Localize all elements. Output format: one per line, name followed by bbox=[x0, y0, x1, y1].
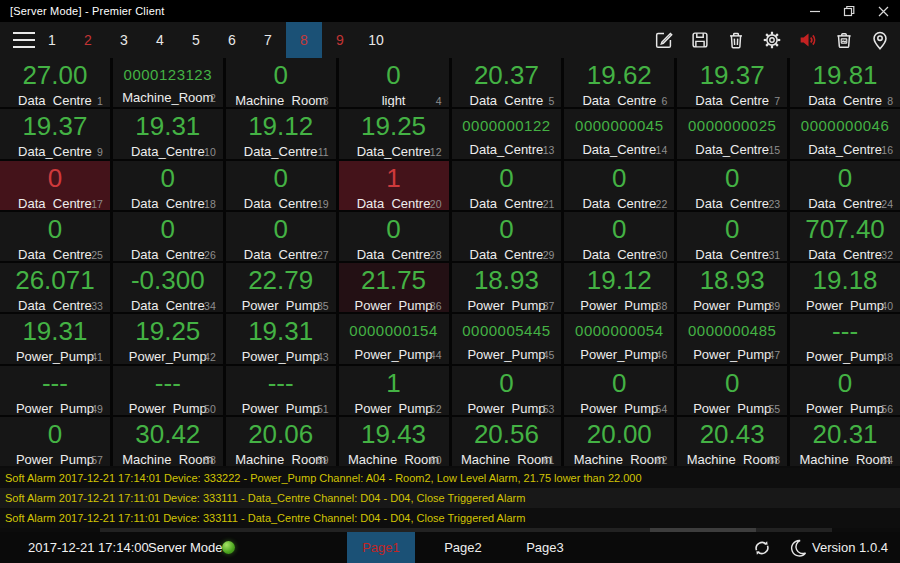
channel-cell-30[interactable]: 0Data_Centre30 bbox=[564, 212, 674, 261]
channel-label: Data_Centre bbox=[357, 247, 431, 261]
sync-button[interactable] bbox=[746, 532, 778, 563]
channel-cell-16[interactable]: 0000000046Data_Centre16 bbox=[790, 109, 900, 158]
page-tab-page3[interactable]: Page3 bbox=[511, 532, 579, 563]
night-mode-button[interactable] bbox=[782, 532, 814, 563]
channel-cell-63[interactable]: 20.43Machine_Room63 bbox=[677, 417, 787, 466]
save-button[interactable] bbox=[682, 22, 718, 58]
screen-tab-7[interactable]: 7 bbox=[250, 22, 286, 58]
channel-cell-1[interactable]: 27.00Data_Centre1 bbox=[0, 58, 110, 107]
page-tab-page2[interactable]: Page2 bbox=[429, 532, 497, 563]
channel-cell-5[interactable]: 20.37Data_Centre5 bbox=[452, 58, 562, 107]
channel-cell-3[interactable]: 0Machine_Room3 bbox=[226, 58, 336, 107]
channel-index: 16 bbox=[881, 144, 893, 156]
alarm-row[interactable]: Soft Alarm 2017-12-21 17:11:01 Device: 3… bbox=[0, 488, 900, 508]
channel-cell-21[interactable]: 0Data_Centre21 bbox=[452, 161, 562, 210]
channel-cell-26[interactable]: 0Data_Centre26 bbox=[113, 212, 223, 261]
minimize-button[interactable] bbox=[798, 0, 832, 22]
channel-cell-13[interactable]: 0000000122Data_Centre13 bbox=[452, 109, 562, 158]
channel-cell-60[interactable]: 19.43Machine_Room60 bbox=[339, 417, 449, 466]
channel-cell-51[interactable]: ---Power_Pump51 bbox=[226, 366, 336, 415]
channel-cell-12[interactable]: 19.25Data_Centre12 bbox=[339, 109, 449, 158]
channel-label: Data_Centre bbox=[131, 298, 205, 312]
channel-cell-54[interactable]: 0Power_Pump54 bbox=[564, 366, 674, 415]
channel-cell-59[interactable]: 20.06Machine_Room59 bbox=[226, 417, 336, 466]
channel-label: Power_Pump bbox=[693, 298, 771, 312]
page-tab-page1[interactable]: Page1 bbox=[347, 532, 415, 563]
screen-tab-1[interactable]: 1 bbox=[34, 22, 70, 58]
channel-cell-43[interactable]: 19.31Power_Pump43 bbox=[226, 314, 336, 363]
screen-tab-10[interactable]: 10 bbox=[358, 22, 394, 58]
channel-cell-23[interactable]: 0Data_Centre23 bbox=[677, 161, 787, 210]
channel-cell-55[interactable]: 0Power_Pump55 bbox=[677, 366, 787, 415]
location-button[interactable] bbox=[862, 22, 898, 58]
channel-cell-42[interactable]: 19.25Power_Pump42 bbox=[113, 314, 223, 363]
channel-cell-25[interactable]: 0Data_Centre25 bbox=[0, 212, 110, 261]
channel-cell-61[interactable]: 20.56Machine_Room61 bbox=[452, 417, 562, 466]
channel-cell-17[interactable]: 0Data_Centre17 bbox=[0, 161, 110, 210]
channel-cell-31[interactable]: 0Data_Centre31 bbox=[677, 212, 787, 261]
channel-label: Power_Pump bbox=[806, 349, 884, 363]
close-button[interactable] bbox=[866, 0, 900, 22]
channel-cell-46[interactable]: 0000000054Power_Pump46 bbox=[564, 314, 674, 363]
channel-cell-33[interactable]: 26.071Data_Centre33 bbox=[0, 263, 110, 312]
channel-cell-39[interactable]: 18.93Power_Pump39 bbox=[677, 263, 787, 312]
clear-records-button[interactable] bbox=[826, 22, 862, 58]
channel-cell-29[interactable]: 0Data_Centre29 bbox=[452, 212, 562, 261]
channel-cell-6[interactable]: 19.62Data_Centre6 bbox=[564, 58, 674, 107]
channel-cell-9[interactable]: 19.37Data_Centre9 bbox=[0, 109, 110, 158]
channel-cell-14[interactable]: 0000000045Data_Centre14 bbox=[564, 109, 674, 158]
channel-cell-41[interactable]: 19.31Power_Pump41 bbox=[0, 314, 110, 363]
channel-cell-22[interactable]: 0Data_Centre22 bbox=[564, 161, 674, 210]
channel-cell-11[interactable]: 19.12Data_Centre11 bbox=[226, 109, 336, 158]
channel-cell-44[interactable]: 0000000154Power_Pump44 bbox=[339, 314, 449, 363]
channel-cell-48[interactable]: ---Power_Pump48 bbox=[790, 314, 900, 363]
channel-cell-40[interactable]: 19.18Power_Pump40 bbox=[790, 263, 900, 312]
alarm-row[interactable]: Soft Alarm 2017-12-21 17:14:01 Device: 3… bbox=[0, 468, 900, 488]
maximize-button[interactable] bbox=[832, 0, 866, 22]
screen-tab-6[interactable]: 6 bbox=[214, 22, 250, 58]
channel-cell-56[interactable]: 0Power_Pump56 bbox=[790, 366, 900, 415]
channel-cell-57[interactable]: 0Power_Pump57 bbox=[0, 417, 110, 466]
channel-cell-4[interactable]: 0light4 bbox=[339, 58, 449, 107]
channel-cell-20[interactable]: 1Data_Centre20 bbox=[339, 161, 449, 210]
channel-cell-37[interactable]: 18.93Power_Pump37 bbox=[452, 263, 562, 312]
status-bar: 2017-12-21 17:14:00 Server Mode Page1Pag… bbox=[0, 532, 900, 563]
screen-tab-2[interactable]: 2 bbox=[70, 22, 106, 58]
channel-cell-24[interactable]: 0Data_Centre24 bbox=[790, 161, 900, 210]
channel-cell-62[interactable]: 20.00Machine_Room62 bbox=[564, 417, 674, 466]
channel-cell-35[interactable]: 22.79Power_Pump35 bbox=[226, 263, 336, 312]
screen-tab-9[interactable]: 9 bbox=[322, 22, 358, 58]
screen-tab-4[interactable]: 4 bbox=[142, 22, 178, 58]
channel-cell-36[interactable]: 21.75Power_Pump36 bbox=[339, 263, 449, 312]
delete-button[interactable] bbox=[718, 22, 754, 58]
channel-cell-52[interactable]: 1Power_Pump52 bbox=[339, 366, 449, 415]
channel-cell-2[interactable]: 0000123123Machine_Room2 bbox=[113, 58, 223, 107]
channel-cell-18[interactable]: 0Data_Centre18 bbox=[113, 161, 223, 210]
channel-cell-8[interactable]: 19.81Data_Centre8 bbox=[790, 58, 900, 107]
channel-cell-10[interactable]: 19.31Data_Centre10 bbox=[113, 109, 223, 158]
channel-cell-53[interactable]: 0Power_Pump53 bbox=[452, 366, 562, 415]
screen-tab-5[interactable]: 5 bbox=[178, 22, 214, 58]
settings-button[interactable] bbox=[754, 22, 790, 58]
channel-cell-19[interactable]: 0Data_Centre19 bbox=[226, 161, 336, 210]
sound-button[interactable] bbox=[790, 22, 826, 58]
channel-label: Data_Centre bbox=[131, 247, 205, 261]
channel-value: 0000000122 bbox=[452, 109, 562, 139]
channel-cell-49[interactable]: ---Power_Pump49 bbox=[0, 366, 110, 415]
channel-cell-7[interactable]: 19.37Data_Centre7 bbox=[677, 58, 787, 107]
channel-cell-50[interactable]: ---Power_Pump50 bbox=[113, 366, 223, 415]
channel-cell-32[interactable]: 707.40Data_Centre32 bbox=[790, 212, 900, 261]
channel-cell-64[interactable]: 20.31Machine_Room64 bbox=[790, 417, 900, 466]
channel-cell-45[interactable]: 0000005445Power_Pump45 bbox=[452, 314, 562, 363]
channel-cell-28[interactable]: 0Data_Centre28 bbox=[339, 212, 449, 261]
channel-cell-58[interactable]: 30.42Machine_Room58 bbox=[113, 417, 223, 466]
screen-tab-8[interactable]: 8 bbox=[286, 22, 322, 58]
channel-cell-34[interactable]: -0.300Data_Centre34 bbox=[113, 263, 223, 312]
channel-cell-27[interactable]: 0Data_Centre27 bbox=[226, 212, 336, 261]
edit-button[interactable] bbox=[646, 22, 682, 58]
alarm-row[interactable]: Soft Alarm 2017-12-21 17:11:01 Device: 3… bbox=[0, 508, 900, 528]
channel-cell-15[interactable]: 0000000025Data_Centre15 bbox=[677, 109, 787, 158]
channel-cell-38[interactable]: 19.12Power_Pump38 bbox=[564, 263, 674, 312]
channel-cell-47[interactable]: 0000000485Power_Pump47 bbox=[677, 314, 787, 363]
screen-tab-3[interactable]: 3 bbox=[106, 22, 142, 58]
